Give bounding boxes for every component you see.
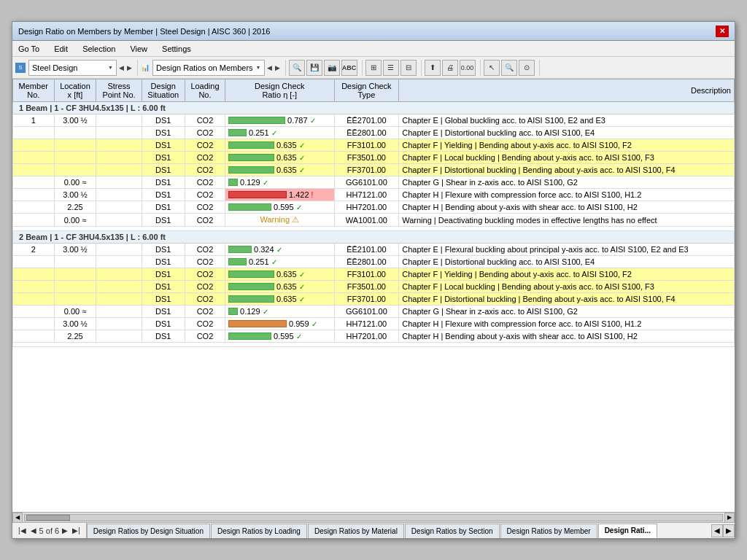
ratios-prev-arrow[interactable]: ◀ — [266, 64, 273, 71]
view-btn1[interactable]: ⊞ — [365, 60, 382, 76]
toolbar: S Steel Design ▼ ◀ ▶ 📊 Design Ratios on … — [12, 57, 735, 79]
design-ratios-combo[interactable]: Design Ratios on Members ▼ — [152, 60, 265, 76]
ratios-combo-arrows: ▼ — [256, 65, 261, 71]
toolbar-section-ratios: 📊 Design Ratios on Members ▼ ◀ ▶ — [141, 60, 286, 76]
scrollbar-thumb[interactable] — [26, 515, 70, 521]
table-row: DS1CO20.635 ✓FF3701.00Chapter F | Distor… — [13, 293, 735, 306]
menu-edit[interactable]: Edit — [51, 44, 71, 54]
circle-btn[interactable]: ⊙ — [519, 60, 535, 76]
tab-scroll-right[interactable]: ▶ — [723, 524, 735, 537]
view-btn3[interactable]: ⊟ — [400, 60, 417, 76]
combo-down-arrow: ▼ — [108, 65, 113, 71]
next-arrow[interactable]: ▶ — [126, 64, 133, 71]
num-btn[interactable]: 0.00 — [460, 60, 476, 76]
status-bar: |◀ ◀ 5 of 6 ▶ ▶| Design Ratios by Design… — [12, 522, 735, 538]
scrollbar-track[interactable] — [24, 514, 723, 521]
table-row: 0.00 ≈DS1CO2Warning ⚠WA1001.00Warning | … — [13, 214, 735, 227]
table-row: 0.00 ≈DS1CO20.129 ✓GG6101.00Chapter G | … — [13, 306, 735, 318]
tab-scroll-left[interactable]: ◀ — [711, 524, 723, 537]
content-area: MemberNo. Locationx [ft] StressPoint No.… — [12, 79, 735, 538]
mag-btn[interactable]: 🔍 — [501, 60, 517, 76]
toolbar-section-icons: 🔍 💾 📷 ABC — [289, 60, 363, 76]
window-title: Design Ratio on Members by Member | Stee… — [18, 27, 270, 36]
ratios-icon: 📊 — [141, 63, 150, 71]
page-prev-btn[interactable]: ◀ — [29, 526, 38, 534]
table-row: 0.00 ≈DS1CO20.129 ✓GG6101.00Chapter G | … — [13, 176, 735, 189]
combo-arrows: ▼ — [108, 65, 113, 71]
table-row: 2.25DS1CO20.595 ✓HH7201.00Chapter H | Be… — [13, 330, 735, 343]
table-row: DS1CO20.635 ✓FF3101.00Chapter F | Yieldi… — [13, 139, 735, 152]
menu-goto[interactable]: Go To — [15, 44, 42, 54]
steel-design-label: Steel Design — [32, 63, 105, 72]
abc-btn[interactable]: ABC — [341, 60, 357, 76]
table-row: DS1CO20.635 ✓FF3701.00Chapter F | Distor… — [13, 164, 735, 176]
col-location: Locationx [ft] — [54, 79, 96, 102]
ratios-down-arrow: ▼ — [256, 65, 261, 71]
tab-by-section[interactable]: Design Ratios by Section — [405, 524, 500, 538]
photo-btn[interactable]: 📷 — [324, 60, 340, 76]
ratios-next-arrow[interactable]: ▶ — [274, 64, 281, 71]
tab-by-member-active[interactable]: Design Rati... — [598, 524, 657, 538]
table-row: 3.00 ½DS1CO20.959 ✓HH7121.00Chapter H | … — [13, 318, 735, 330]
search-btn[interactable]: 🔍 — [289, 60, 305, 76]
menu-settings[interactable]: Settings — [159, 44, 194, 54]
page-info: 5 of 6 — [39, 526, 60, 535]
cursor-btn[interactable]: ↖ — [484, 60, 500, 76]
col-ratio: Design CheckRatio η [-] — [225, 79, 334, 102]
table-row: DS1CO20.635 ✓FF3501.00Chapter F | Local … — [13, 281, 735, 293]
toolbar-section-nav: ↖ 🔍 ⊙ — [484, 60, 540, 76]
steel-icon: S — [15, 63, 26, 73]
tab-by-material[interactable]: Design Ratios by Material — [308, 524, 404, 538]
table-row: DS1CO20.251 ✓ĒĒ2801.00Chapter E | Distor… — [13, 256, 735, 268]
page-navigation: |◀ ◀ 5 of 6 ▶ ▶| — [12, 523, 87, 538]
tab-bar: Design Ratios by Design Situation Design… — [87, 523, 711, 538]
close-button[interactable]: ✕ — [716, 26, 729, 37]
col-member-no: MemberNo. — [13, 79, 55, 102]
scroll-left-btn[interactable]: ◀ — [12, 513, 23, 523]
design-ratios-label: Design Ratios on Members — [156, 63, 253, 72]
main-window: Design Ratio on Members by Member | Stee… — [12, 21, 735, 539]
menu-bar: Go To Edit Selection View Settings — [12, 41, 735, 57]
export-btn[interactable]: ⬆ — [425, 60, 441, 76]
scroll-right-btn[interactable]: ▶ — [724, 513, 735, 523]
print-btn[interactable]: 🖨 — [442, 60, 458, 76]
title-bar: Design Ratio on Members by Member | Stee… — [12, 22, 735, 41]
tab-by-loading[interactable]: Design Ratios by Loading — [211, 524, 307, 538]
col-check-type: Design CheckType — [334, 79, 399, 102]
toolbar-section-misc: ⬆ 🖨 0.00 — [425, 60, 481, 76]
menu-selection[interactable]: Selection — [80, 44, 118, 54]
group-header: 1 Beam | 1 - CF 3HU4.5x135 | L : 6.00 ft — [13, 102, 735, 114]
page-next-btn[interactable]: ▶ — [61, 526, 69, 534]
page-last-btn[interactable]: ▶| — [71, 526, 82, 534]
page-first-btn[interactable]: |◀ — [17, 526, 28, 534]
table-container[interactable]: MemberNo. Locationx [ft] StressPoint No.… — [12, 79, 735, 512]
table-row: 13.00 ½DS1CO20.787 ✓ĒĒ2701.00Chapter E |… — [13, 114, 735, 127]
table-row: DS1CO20.251 ✓ĒĒ2801.00Chapter E | Distor… — [13, 127, 735, 139]
data-table: MemberNo. Locationx [ft] StressPoint No.… — [12, 79, 735, 347]
toolbar-section-steel: S Steel Design ▼ ◀ ▶ — [15, 60, 138, 76]
steel-design-combo[interactable]: Steel Design ▼ — [28, 60, 117, 76]
save-btn[interactable]: 💾 — [306, 60, 322, 76]
tab-by-member[interactable]: Design Ratios by Member — [500, 524, 597, 538]
view-btn2[interactable]: ☰ — [383, 60, 399, 76]
col-description: Description — [399, 79, 735, 102]
table-row: DS1CO20.635 ✓FF3101.00Chapter F | Yieldi… — [13, 268, 735, 281]
separator-row — [13, 343, 735, 347]
prev-arrow[interactable]: ◀ — [118, 64, 125, 71]
group-header: 2 Beam | 1 - CF 3HU4.5x135 | L : 6.00 ft — [13, 231, 735, 244]
table-row: 2.25DS1CO20.595 ✓HH7201.00Chapter H | Be… — [13, 201, 735, 214]
horizontal-scrollbar[interactable]: ◀ ▶ — [12, 512, 735, 522]
table-row: DS1CO20.635 ✓FF3501.00Chapter F | Local … — [13, 152, 735, 164]
toolbar-section-view: ⊞ ☰ ⊟ — [365, 60, 422, 76]
tab-by-situation[interactable]: Design Ratios by Design Situation — [87, 524, 210, 538]
col-stress-point: StressPoint No. — [96, 79, 142, 102]
col-loading-no: LoadingNo. — [185, 79, 225, 102]
menu-view[interactable]: View — [127, 44, 150, 54]
table-row: 3.00 ½DS1CO21.422 !HH7121.00Chapter H | … — [13, 189, 735, 201]
table-row: 23.00 ½DS1CO20.324 ✓ĒĒ2101.00Chapter E |… — [13, 244, 735, 256]
col-design-sit: DesignSituation — [142, 79, 185, 102]
